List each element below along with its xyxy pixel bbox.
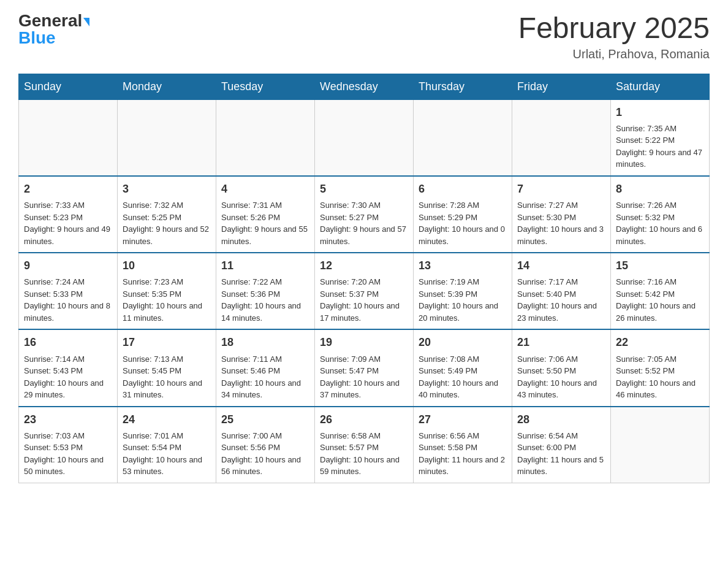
day-number: 5 xyxy=(320,182,408,197)
day-info: Sunrise: 7:09 AMSunset: 5:47 PMDaylight:… xyxy=(320,353,408,401)
calendar-cell: 7Sunrise: 7:27 AMSunset: 5:30 PMDaylight… xyxy=(512,176,611,253)
day-number: 27 xyxy=(419,412,507,427)
day-number: 20 xyxy=(419,335,507,350)
calendar-cell xyxy=(512,99,611,176)
calendar-cell: 1Sunrise: 7:35 AMSunset: 5:22 PMDaylight… xyxy=(611,99,710,176)
day-info: Sunrise: 7:23 AMSunset: 5:35 PMDaylight:… xyxy=(123,276,211,324)
calendar-week-row: 23Sunrise: 7:03 AMSunset: 5:53 PMDayligh… xyxy=(19,407,710,483)
calendar-cell: 28Sunrise: 6:54 AMSunset: 6:00 PMDayligh… xyxy=(512,407,611,483)
day-number: 22 xyxy=(616,335,704,350)
day-info: Sunrise: 7:14 AMSunset: 5:43 PMDaylight:… xyxy=(24,353,112,401)
calendar-cell: 10Sunrise: 7:23 AMSunset: 5:35 PMDayligh… xyxy=(118,253,216,329)
day-number: 6 xyxy=(419,182,507,197)
day-number: 13 xyxy=(419,258,507,274)
calendar-cell: 24Sunrise: 7:01 AMSunset: 5:54 PMDayligh… xyxy=(118,407,216,483)
col-header-tuesday: Tuesday xyxy=(216,74,315,99)
day-number: 24 xyxy=(123,412,211,427)
day-number: 8 xyxy=(616,182,704,197)
day-info: Sunrise: 7:31 AMSunset: 5:26 PMDaylight:… xyxy=(221,199,309,247)
calendar-cell xyxy=(19,99,118,176)
day-info: Sunrise: 7:22 AMSunset: 5:36 PMDaylight:… xyxy=(221,276,309,324)
day-info: Sunrise: 7:32 AMSunset: 5:25 PMDaylight:… xyxy=(123,199,211,247)
calendar-cell: 12Sunrise: 7:20 AMSunset: 5:37 PMDayligh… xyxy=(315,253,414,329)
calendar-cell: 22Sunrise: 7:05 AMSunset: 5:52 PMDayligh… xyxy=(611,329,710,406)
calendar-cell: 4Sunrise: 7:31 AMSunset: 5:26 PMDaylight… xyxy=(216,176,315,253)
day-info: Sunrise: 7:26 AMSunset: 5:32 PMDaylight:… xyxy=(616,199,704,247)
calendar-cell: 19Sunrise: 7:09 AMSunset: 5:47 PMDayligh… xyxy=(315,329,414,406)
day-info: Sunrise: 6:58 AMSunset: 5:57 PMDaylight:… xyxy=(320,430,408,478)
day-info: Sunrise: 7:20 AMSunset: 5:37 PMDaylight:… xyxy=(320,276,408,324)
calendar-cell: 5Sunrise: 7:30 AMSunset: 5:27 PMDaylight… xyxy=(315,176,414,253)
logo: General Blue xyxy=(18,12,89,47)
logo-arrow-icon xyxy=(83,18,89,26)
day-number: 25 xyxy=(221,412,309,427)
day-info: Sunrise: 7:27 AMSunset: 5:30 PMDaylight:… xyxy=(517,199,605,247)
day-number: 23 xyxy=(24,412,112,427)
calendar-cell: 17Sunrise: 7:13 AMSunset: 5:45 PMDayligh… xyxy=(118,329,216,406)
logo-blue-text: Blue xyxy=(18,29,56,47)
day-info: Sunrise: 7:13 AMSunset: 5:45 PMDaylight:… xyxy=(123,353,211,401)
day-number: 3 xyxy=(123,182,211,197)
calendar-cell: 18Sunrise: 7:11 AMSunset: 5:46 PMDayligh… xyxy=(216,329,315,406)
day-info: Sunrise: 7:01 AMSunset: 5:54 PMDaylight:… xyxy=(123,430,211,478)
calendar-cell: 3Sunrise: 7:32 AMSunset: 5:25 PMDaylight… xyxy=(118,176,216,253)
day-info: Sunrise: 6:54 AMSunset: 6:00 PMDaylight:… xyxy=(517,430,605,478)
day-info: Sunrise: 7:30 AMSunset: 5:27 PMDaylight:… xyxy=(320,199,408,247)
day-number: 12 xyxy=(320,258,408,274)
calendar-cell xyxy=(315,99,414,176)
day-number: 17 xyxy=(123,335,211,350)
day-number: 7 xyxy=(517,182,605,197)
calendar-cell: 13Sunrise: 7:19 AMSunset: 5:39 PMDayligh… xyxy=(414,253,512,329)
col-header-thursday: Thursday xyxy=(414,74,512,99)
day-number: 16 xyxy=(24,335,112,350)
day-info: Sunrise: 7:33 AMSunset: 5:23 PMDaylight:… xyxy=(24,199,112,247)
col-header-sunday: Sunday xyxy=(19,74,118,99)
day-number: 4 xyxy=(221,182,309,197)
col-header-monday: Monday xyxy=(118,74,216,99)
calendar-cell: 15Sunrise: 7:16 AMSunset: 5:42 PMDayligh… xyxy=(611,253,710,329)
day-number: 28 xyxy=(517,412,605,427)
calendar-cell: 14Sunrise: 7:17 AMSunset: 5:40 PMDayligh… xyxy=(512,253,611,329)
day-number: 10 xyxy=(123,258,211,274)
day-number: 9 xyxy=(24,258,112,274)
calendar-cell xyxy=(216,99,315,176)
day-number: 21 xyxy=(517,335,605,350)
day-info: Sunrise: 7:05 AMSunset: 5:52 PMDaylight:… xyxy=(616,353,704,401)
day-info: Sunrise: 7:03 AMSunset: 5:53 PMDaylight:… xyxy=(24,430,112,478)
logo-blue: Blue xyxy=(18,28,56,47)
day-number: 1 xyxy=(616,105,704,120)
calendar-cell: 11Sunrise: 7:22 AMSunset: 5:36 PMDayligh… xyxy=(216,253,315,329)
calendar-week-row: 1Sunrise: 7:35 AMSunset: 5:22 PMDaylight… xyxy=(19,99,710,176)
page-header: General Blue February 2025 Urlati, Praho… xyxy=(18,12,710,61)
day-number: 26 xyxy=(320,412,408,427)
logo-text: General xyxy=(18,12,89,29)
calendar-cell: 9Sunrise: 7:24 AMSunset: 5:33 PMDaylight… xyxy=(19,253,118,329)
day-info: Sunrise: 7:08 AMSunset: 5:49 PMDaylight:… xyxy=(419,353,507,401)
col-header-friday: Friday xyxy=(512,74,611,99)
calendar-cell: 8Sunrise: 7:26 AMSunset: 5:32 PMDaylight… xyxy=(611,176,710,253)
day-info: Sunrise: 7:11 AMSunset: 5:46 PMDaylight:… xyxy=(221,353,309,401)
calendar-cell: 27Sunrise: 6:56 AMSunset: 5:58 PMDayligh… xyxy=(414,407,512,483)
day-info: Sunrise: 7:19 AMSunset: 5:39 PMDaylight:… xyxy=(419,276,507,324)
calendar-cell xyxy=(414,99,512,176)
day-number: 19 xyxy=(320,335,408,350)
day-info: Sunrise: 7:00 AMSunset: 5:56 PMDaylight:… xyxy=(221,430,309,478)
day-number: 18 xyxy=(221,335,309,350)
title-block: February 2025 Urlati, Prahova, Romania xyxy=(518,12,710,61)
day-info: Sunrise: 7:16 AMSunset: 5:42 PMDaylight:… xyxy=(616,276,704,324)
calendar-cell: 2Sunrise: 7:33 AMSunset: 5:23 PMDaylight… xyxy=(19,176,118,253)
col-header-wednesday: Wednesday xyxy=(315,74,414,99)
col-header-saturday: Saturday xyxy=(611,74,710,99)
calendar-cell: 21Sunrise: 7:06 AMSunset: 5:50 PMDayligh… xyxy=(512,329,611,406)
calendar-cell: 6Sunrise: 7:28 AMSunset: 5:29 PMDaylight… xyxy=(414,176,512,253)
calendar-table: SundayMondayTuesdayWednesdayThursdayFrid… xyxy=(18,74,710,483)
calendar-week-row: 9Sunrise: 7:24 AMSunset: 5:33 PMDaylight… xyxy=(19,253,710,329)
day-number: 2 xyxy=(24,182,112,197)
calendar-week-row: 16Sunrise: 7:14 AMSunset: 5:43 PMDayligh… xyxy=(19,329,710,406)
day-number: 14 xyxy=(517,258,605,274)
calendar-cell: 25Sunrise: 7:00 AMSunset: 5:56 PMDayligh… xyxy=(216,407,315,483)
calendar-cell: 26Sunrise: 6:58 AMSunset: 5:57 PMDayligh… xyxy=(315,407,414,483)
day-info: Sunrise: 6:56 AMSunset: 5:58 PMDaylight:… xyxy=(419,430,507,478)
day-info: Sunrise: 7:35 AMSunset: 5:22 PMDaylight:… xyxy=(616,123,704,170)
logo-general: General xyxy=(18,11,82,30)
